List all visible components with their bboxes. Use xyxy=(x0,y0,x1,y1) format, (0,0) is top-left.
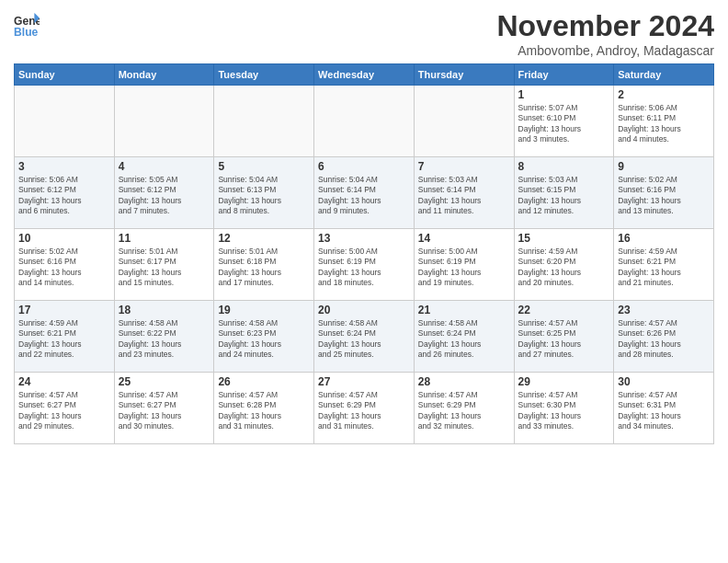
day-number: 17 xyxy=(18,304,110,316)
day-info: Sunrise: 5:00 AM Sunset: 6:19 PM Dayligh… xyxy=(418,247,510,289)
day-number: 15 xyxy=(518,232,610,245)
logo-icon: General Blue xyxy=(14,13,40,39)
day-info: Sunrise: 5:05 AM Sunset: 6:12 PM Dayligh… xyxy=(119,175,210,217)
calendar-cell: 6Sunrise: 5:04 AM Sunset: 6:14 PM Daylig… xyxy=(314,157,415,229)
calendar-cell: 28Sunrise: 4:57 AM Sunset: 6:29 PM Dayli… xyxy=(414,373,514,444)
calendar-cell: 29Sunrise: 4:57 AM Sunset: 6:30 PM Dayli… xyxy=(514,373,614,444)
day-number: 27 xyxy=(318,375,410,388)
day-number: 23 xyxy=(618,304,710,316)
calendar-cell xyxy=(114,86,214,157)
day-number: 25 xyxy=(119,375,210,388)
day-info: Sunrise: 4:58 AM Sunset: 6:23 PM Dayligh… xyxy=(218,318,310,361)
day-info: Sunrise: 4:57 AM Sunset: 6:30 PM Dayligh… xyxy=(518,390,610,432)
calendar-cell: 12Sunrise: 5:01 AM Sunset: 6:18 PM Dayli… xyxy=(214,229,314,301)
day-info: Sunrise: 5:07 AM Sunset: 6:10 PM Dayligh… xyxy=(518,103,610,145)
calendar-cell: 23Sunrise: 4:57 AM Sunset: 6:26 PM Dayli… xyxy=(614,301,714,373)
day-number: 2 xyxy=(618,88,710,101)
calendar-cell: 25Sunrise: 4:57 AM Sunset: 6:27 PM Dayli… xyxy=(114,373,214,444)
day-info: Sunrise: 5:01 AM Sunset: 6:18 PM Dayligh… xyxy=(218,247,310,289)
day-number: 18 xyxy=(119,304,210,316)
col-wednesday: Wednesday xyxy=(314,64,415,86)
day-info: Sunrise: 4:57 AM Sunset: 6:27 PM Dayligh… xyxy=(18,390,110,432)
day-info: Sunrise: 4:59 AM Sunset: 6:20 PM Dayligh… xyxy=(518,247,610,289)
day-number: 3 xyxy=(18,160,110,173)
day-number: 24 xyxy=(18,375,110,388)
calendar-cell: 9Sunrise: 5:02 AM Sunset: 6:16 PM Daylig… xyxy=(614,157,714,229)
calendar-cell: 18Sunrise: 4:58 AM Sunset: 6:22 PM Dayli… xyxy=(114,301,214,373)
logo: General Blue xyxy=(14,13,40,39)
calendar-cell: 10Sunrise: 5:02 AM Sunset: 6:16 PM Dayli… xyxy=(15,229,115,301)
calendar-cell: 3Sunrise: 5:06 AM Sunset: 6:12 PM Daylig… xyxy=(15,157,115,229)
col-tuesday: Tuesday xyxy=(214,64,314,86)
calendar-cell: 7Sunrise: 5:03 AM Sunset: 6:14 PM Daylig… xyxy=(414,157,514,229)
svg-text:Blue: Blue xyxy=(14,26,39,39)
day-info: Sunrise: 5:01 AM Sunset: 6:17 PM Dayligh… xyxy=(119,247,210,289)
calendar-cell: 1Sunrise: 5:07 AM Sunset: 6:10 PM Daylig… xyxy=(514,86,614,157)
day-info: Sunrise: 4:57 AM Sunset: 6:25 PM Dayligh… xyxy=(518,318,610,361)
calendar-cell: 5Sunrise: 5:04 AM Sunset: 6:13 PM Daylig… xyxy=(214,157,314,229)
day-number: 20 xyxy=(318,304,410,316)
day-number: 10 xyxy=(18,232,110,245)
day-number: 26 xyxy=(218,375,310,388)
calendar-cell: 20Sunrise: 4:58 AM Sunset: 6:24 PM Dayli… xyxy=(314,301,415,373)
day-info: Sunrise: 5:04 AM Sunset: 6:13 PM Dayligh… xyxy=(218,175,310,217)
col-monday: Monday xyxy=(114,64,214,86)
day-number: 11 xyxy=(119,232,210,245)
calendar-cell: 8Sunrise: 5:03 AM Sunset: 6:15 PM Daylig… xyxy=(514,157,614,229)
calendar-cell: 22Sunrise: 4:57 AM Sunset: 6:25 PM Dayli… xyxy=(514,301,614,373)
day-number: 9 xyxy=(618,160,710,173)
day-number: 21 xyxy=(418,304,510,316)
day-info: Sunrise: 5:03 AM Sunset: 6:15 PM Dayligh… xyxy=(518,175,610,217)
col-sunday: Sunday xyxy=(15,64,115,86)
day-info: Sunrise: 5:06 AM Sunset: 6:11 PM Dayligh… xyxy=(618,103,710,145)
day-number: 28 xyxy=(418,375,510,388)
col-saturday: Saturday xyxy=(614,64,714,86)
title-area: November 2024 Ambovombe, Androy, Madagas… xyxy=(496,9,714,58)
main-title: November 2024 xyxy=(496,9,714,43)
day-number: 22 xyxy=(518,304,610,316)
calendar-cell: 15Sunrise: 4:59 AM Sunset: 6:20 PM Dayli… xyxy=(514,229,614,301)
day-info: Sunrise: 4:59 AM Sunset: 6:21 PM Dayligh… xyxy=(18,318,110,361)
col-thursday: Thursday xyxy=(414,64,514,86)
day-number: 16 xyxy=(618,232,710,245)
day-number: 19 xyxy=(218,304,310,316)
day-info: Sunrise: 5:00 AM Sunset: 6:19 PM Dayligh… xyxy=(318,247,410,289)
calendar-cell: 24Sunrise: 4:57 AM Sunset: 6:27 PM Dayli… xyxy=(15,373,115,444)
day-number: 7 xyxy=(418,160,510,173)
day-info: Sunrise: 5:06 AM Sunset: 6:12 PM Dayligh… xyxy=(18,175,110,217)
day-info: Sunrise: 5:04 AM Sunset: 6:14 PM Dayligh… xyxy=(318,175,410,217)
calendar-cell xyxy=(15,86,115,157)
day-info: Sunrise: 4:57 AM Sunset: 6:29 PM Dayligh… xyxy=(418,390,510,432)
day-info: Sunrise: 4:57 AM Sunset: 6:31 PM Dayligh… xyxy=(618,390,710,432)
day-number: 30 xyxy=(618,375,710,388)
day-number: 5 xyxy=(218,160,310,173)
calendar-cell: 11Sunrise: 5:01 AM Sunset: 6:17 PM Dayli… xyxy=(114,229,214,301)
day-info: Sunrise: 4:57 AM Sunset: 6:28 PM Dayligh… xyxy=(218,390,310,432)
day-info: Sunrise: 4:58 AM Sunset: 6:24 PM Dayligh… xyxy=(418,318,510,361)
day-number: 13 xyxy=(318,232,410,245)
calendar-cell: 27Sunrise: 4:57 AM Sunset: 6:29 PM Dayli… xyxy=(314,373,415,444)
day-info: Sunrise: 4:58 AM Sunset: 6:24 PM Dayligh… xyxy=(318,318,410,361)
calendar-cell: 14Sunrise: 5:00 AM Sunset: 6:19 PM Dayli… xyxy=(414,229,514,301)
day-info: Sunrise: 4:58 AM Sunset: 6:22 PM Dayligh… xyxy=(119,318,210,361)
page-container: General Blue November 2024 Ambovombe, An… xyxy=(0,0,728,454)
day-number: 6 xyxy=(318,160,410,173)
day-info: Sunrise: 4:57 AM Sunset: 6:29 PM Dayligh… xyxy=(318,390,410,432)
calendar-table: Sunday Monday Tuesday Wednesday Thursday… xyxy=(14,63,714,444)
col-friday: Friday xyxy=(514,64,614,86)
calendar-cell: 17Sunrise: 4:59 AM Sunset: 6:21 PM Dayli… xyxy=(15,301,115,373)
day-info: Sunrise: 5:02 AM Sunset: 6:16 PM Dayligh… xyxy=(618,175,710,217)
calendar-cell xyxy=(314,86,415,157)
day-number: 12 xyxy=(218,232,310,245)
day-number: 1 xyxy=(518,88,610,101)
calendar-cell xyxy=(214,86,314,157)
day-info: Sunrise: 5:02 AM Sunset: 6:16 PM Dayligh… xyxy=(18,247,110,289)
calendar-cell: 19Sunrise: 4:58 AM Sunset: 6:23 PM Dayli… xyxy=(214,301,314,373)
subtitle: Ambovombe, Androy, Madagascar xyxy=(496,43,714,58)
calendar-cell: 2Sunrise: 5:06 AM Sunset: 6:11 PM Daylig… xyxy=(614,86,714,157)
calendar-cell: 4Sunrise: 5:05 AM Sunset: 6:12 PM Daylig… xyxy=(114,157,214,229)
calendar-cell: 26Sunrise: 4:57 AM Sunset: 6:28 PM Dayli… xyxy=(214,373,314,444)
header-row: Sunday Monday Tuesday Wednesday Thursday… xyxy=(15,64,714,86)
calendar-cell: 13Sunrise: 5:00 AM Sunset: 6:19 PM Dayli… xyxy=(314,229,415,301)
calendar-cell xyxy=(414,86,514,157)
